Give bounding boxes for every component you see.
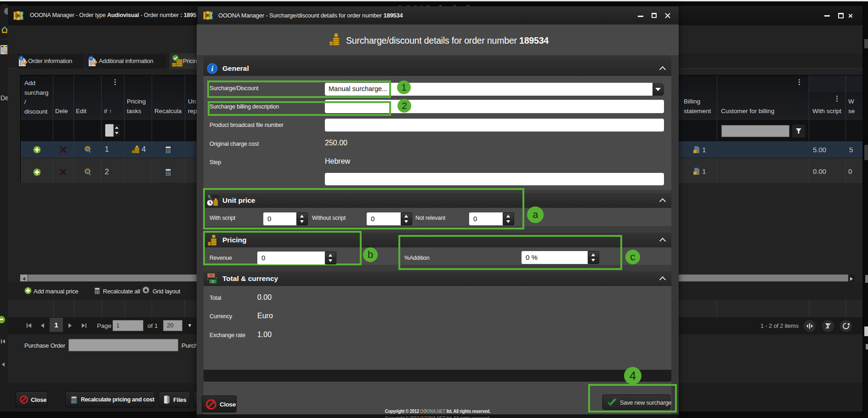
svg-text:i: i: [211, 65, 214, 73]
